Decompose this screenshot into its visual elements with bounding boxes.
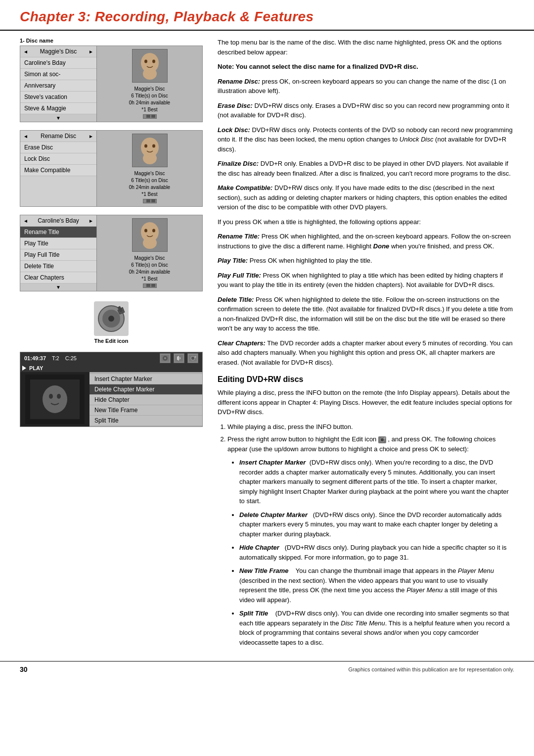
split-title-item[interactable]: Split Title: [89, 416, 202, 426]
note-text: Note: You cannot select the disc name fo…: [218, 63, 418, 70]
disc-menu-item-4[interactable]: Steve's vacation: [20, 92, 96, 103]
playback-menu-list: Insert Chapter Marker Delete Chapter Mar…: [89, 372, 202, 426]
svg-point-31: [57, 394, 61, 399]
delete-title-paragraph: Delete Title: Press OK when highlighted …: [218, 295, 514, 333]
bullet-split-label: Split Title: [239, 610, 268, 617]
disc-menu-header[interactable]: ◄ Maggie's Disc ►: [20, 46, 96, 57]
svg-point-18: [108, 316, 114, 322]
rename-title-label: Rename Title:: [218, 233, 260, 240]
playback-icons: [160, 353, 198, 363]
erase-disc-paragraph: Erase Disc: DVD+RW discs only. Erases a …: [218, 101, 514, 120]
rename-menu-header[interactable]: ◄ Rename Disc ►: [20, 131, 96, 142]
playback-time: 01:49:37: [24, 355, 46, 361]
editing-steps: While playing a disc, press the INFO but…: [227, 422, 514, 648]
delete-title-item[interactable]: Delete Title: [20, 261, 96, 272]
scroll-down-icon[interactable]: ▼: [20, 114, 96, 122]
disc-info-2-line2: 6 Title(s) on Disc: [129, 177, 170, 184]
lock-disc-item[interactable]: Lock Disc: [20, 153, 96, 165]
disc-panel3-right: Maggie's Disc 6 Title(s) on Disc 0h 24mi…: [97, 215, 202, 291]
edit-icon-section: The Edit icon: [20, 299, 203, 346]
disc-info-1: Maggie's Disc 6 Title(s) on Disc 0h 24mi…: [129, 86, 170, 113]
title-menu-header[interactable]: ◄ Caroline's Bday ►: [20, 215, 96, 227]
svg-point-8: [152, 144, 155, 147]
disc-name-panel: ◄ Maggie's Disc ► Caroline's Bday Simon …: [20, 46, 203, 122]
title-options-intro: If you press OK when a title is highligh…: [218, 218, 421, 226]
step-2-text: Press the right arrow button to highligh…: [227, 435, 376, 443]
svg-point-14: [143, 237, 157, 249]
thumbnail-1: [132, 49, 168, 83]
bullet-new-title-frame: New Title Frame You can change the thumb…: [239, 566, 514, 605]
play-full-title-item[interactable]: Play Full Title: [20, 249, 96, 261]
clear-chapters-item[interactable]: Clear Chapters: [20, 272, 96, 284]
edit-icon-inline: [378, 436, 386, 443]
rename-disc-paragraph: Rename Disc: press OK, on-screen keyboar…: [218, 77, 514, 96]
play-label: PLAY: [29, 365, 43, 371]
disc-info-3: Maggie's Disc 6 Title(s) on Disc 0h 24mi…: [129, 255, 170, 283]
svg-point-2: [144, 59, 147, 63]
step-1: While playing a disc, press the INFO but…: [227, 422, 514, 432]
scroll-down-icon-3[interactable]: ▼: [20, 284, 96, 291]
disc-panel1-right: Maggie's Disc 6 Title(s) on Disc 0h 24mi…: [97, 46, 202, 122]
playback-top-bar: 01:49:37 T:2 C:25: [20, 352, 202, 364]
finalize-disc-paragraph: Finalize Disc: DVD+R only. Enables a DVD…: [218, 159, 514, 178]
icon-edit[interactable]: [187, 353, 198, 363]
icon-speaker: [174, 353, 184, 363]
svg-point-12: [144, 229, 147, 232]
make-compatible-item[interactable]: Make Compatible: [20, 165, 96, 176]
erase-disc-text: DVD+RW discs only. Erases a DVD+RW disc …: [218, 102, 509, 119]
svg-point-13: [152, 229, 155, 232]
play-title-text: Press OK when highlighted to play the ti…: [250, 257, 372, 264]
editing-intro-paragraph: While playing a disc, press the INFO but…: [218, 388, 514, 417]
disc-info-3-line4: *1 Best: [129, 276, 170, 283]
playback-chapter: C:25: [65, 355, 77, 361]
left-arrow-icon: ◄: [23, 49, 28, 54]
insert-chapter-marker-item[interactable]: Insert Chapter Marker: [89, 374, 202, 384]
disc-menu-item-5[interactable]: Steve & Maggie: [20, 103, 96, 114]
progress-bar-2: [143, 199, 157, 203]
new-title-frame-item[interactable]: New Title Frame: [89, 405, 202, 416]
disc-menu-item-1[interactable]: Caroline's Bday: [20, 57, 96, 69]
thumbnail-2: [132, 134, 168, 167]
disc-info-1-line4: *1 Best: [129, 106, 170, 113]
bullet-delete-label: Delete Chapter Marker: [239, 511, 308, 519]
disc-menu-item-2[interactable]: Simon at soc-: [20, 69, 96, 80]
disc-menu-item-3[interactable]: Anniversary: [20, 80, 96, 92]
disc-info-3-line2: 6 Title(s) on Disc: [129, 262, 170, 269]
content-area: 1- Disc name ◄ Maggie's Disc ► Caroline'…: [0, 38, 534, 651]
play-full-title-label: Play Full Title:: [218, 272, 261, 279]
editing-section-heading: Editing DVD+RW discs: [218, 375, 514, 384]
bullet-new-title-label: New Title Frame: [239, 567, 288, 574]
svg-point-9: [143, 152, 157, 164]
svg-point-26: [191, 356, 195, 360]
hide-chapter-item[interactable]: Hide Chapter: [89, 395, 202, 405]
rename-disc-text: press OK, on-screen keyboard appears so …: [218, 78, 506, 95]
unlock-disc-label: Unlock Disc: [400, 136, 434, 143]
right-arrow-icon-2: ►: [89, 134, 93, 139]
disc-info-1-line3: 0h 24min available: [129, 99, 170, 106]
make-compatible-label: Make Compatible:: [218, 184, 272, 191]
play-title-label: Play Title:: [218, 257, 248, 264]
play-title-item[interactable]: Play Title: [20, 238, 96, 249]
page-footer: 30 Graphics contained within this public…: [0, 661, 534, 677]
bullet-split-title: Split Title (DVD+RW discs only). You can…: [239, 609, 514, 647]
icon-disc: [160, 353, 171, 363]
disc-menu-list: ◄ Maggie's Disc ► Caroline's Bday Simon …: [20, 46, 97, 122]
footer-note: Graphics contained within this publicati…: [349, 666, 514, 672]
disc-info-3-line3: 0h 24min available: [129, 269, 170, 276]
editing-bullets: Insert Chapter Marker (DVD+RW discs only…: [239, 458, 514, 647]
rename-title-item[interactable]: Rename Title: [20, 227, 96, 238]
playback-video-thumbnail: [20, 372, 89, 426]
erase-disc-item[interactable]: Erase Disc: [20, 142, 96, 153]
svg-point-29: [43, 385, 67, 413]
title-menu-list: ◄ Caroline's Bday ► Rename Title Play Ti…: [20, 215, 97, 291]
delete-chapter-marker-item[interactable]: Delete Chapter Marker: [89, 384, 202, 395]
clear-chapters-label: Clear Chapters:: [218, 339, 266, 347]
rename-title-text-end: when you're finished, and press OK.: [391, 242, 494, 250]
title-options-panel: ◄ Caroline's Bday ► Rename Title Play Ti…: [20, 215, 203, 291]
rename-title-paragraph: Rename Title: Press OK when highlighted,…: [218, 232, 514, 251]
thumbnail-3: [132, 218, 168, 252]
bullet-split-text: (DVD+RW discs only). You can divide one …: [239, 610, 510, 646]
disc-info-2-line3: 0h 24min available: [129, 184, 170, 191]
delete-title-label: Delete Title:: [218, 296, 254, 303]
chapter-header: Chapter 3: Recording, Playback & Feature…: [0, 0, 534, 31]
